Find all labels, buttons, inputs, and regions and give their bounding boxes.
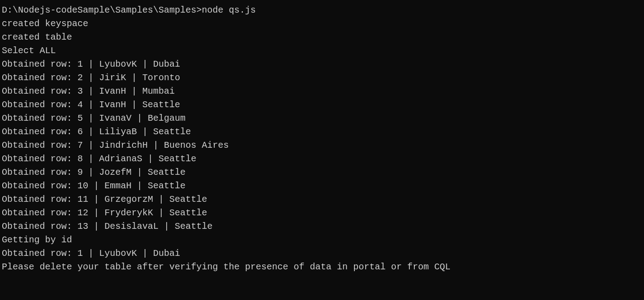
output-by-id-row: Obtained row: 1 | LyubovK | Dubai <box>0 247 644 260</box>
output-rows: Obtained row: 1 | LyubovK | DubaiObtaine… <box>0 58 644 233</box>
output-created-table: created table <box>0 31 644 44</box>
output-select-all: Select ALL <box>0 44 644 58</box>
output-row: Obtained row: 11 | GrzegorzM | Seattle <box>0 193 644 206</box>
output-row: Obtained row: 5 | IvanaV | Belgaum <box>0 112 644 125</box>
command: node qs.js <box>202 5 256 15</box>
output-row: Obtained row: 4 | IvanH | Seattle <box>0 98 644 112</box>
output-row: Obtained row: 10 | EmmaH | Seattle <box>0 179 644 193</box>
output-row: Obtained row: 6 | LiliyaB | Seattle <box>0 125 644 139</box>
output-row: Obtained row: 2 | JiriK | Toronto <box>0 71 644 85</box>
output-row: Obtained row: 7 | JindrichH | Buenos Air… <box>0 139 644 152</box>
output-row: Obtained row: 13 | DesislavaL | Seattle <box>0 220 644 233</box>
output-created-keyspace: created keyspace <box>0 17 644 31</box>
output-row: Obtained row: 8 | AdrianaS | Seattle <box>0 152 644 166</box>
output-getting-by-id: Getting by id <box>0 233 644 247</box>
output-row: Obtained row: 9 | JozefM | Seattle <box>0 166 644 179</box>
output-row: Obtained row: 12 | FryderykK | Seattle <box>0 206 644 220</box>
output-row: Obtained row: 1 | LyubovK | Dubai <box>0 58 644 71</box>
output-row: Obtained row: 3 | IvanH | Mumbai <box>0 85 644 98</box>
prompt: D:\Nodejs-codeSample\Samples\Samples> <box>2 5 202 15</box>
output-final-message: Please delete your table after verifying… <box>0 260 644 274</box>
command-line[interactable]: D:\Nodejs-codeSample\Samples\Samples>nod… <box>0 4 644 17</box>
